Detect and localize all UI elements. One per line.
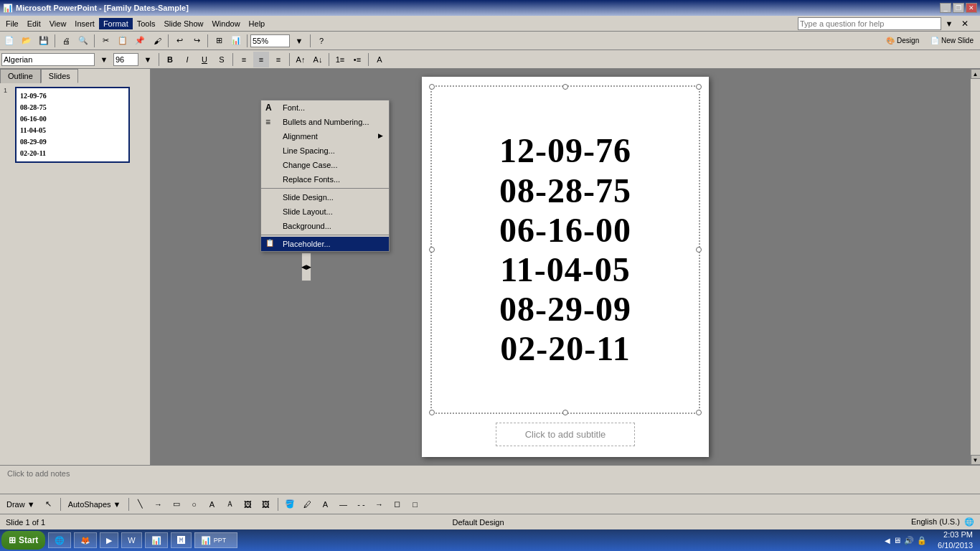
scroll-up-btn[interactable]: ▲ [971,69,981,79]
undo-btn[interactable]: ↩ [171,33,187,49]
menu-bullets-numbering[interactable]: ≡ Bullets and Numbering... [261,115,389,129]
app-minimize-btn[interactable]: _ [940,3,951,13]
menu-slide-layout[interactable]: Slide Layout... [261,204,389,219]
line-style-btn[interactable]: — [336,496,352,512]
tray-volume[interactable]: 🔊 [904,536,914,545]
open-btn[interactable]: 📂 [19,33,34,49]
font-input[interactable] [1,53,95,66]
help-search-input[interactable] [798,17,941,30]
menu-font[interactable]: A Font... [261,100,389,115]
print-btn[interactable]: 🖨 [58,33,74,49]
scroll-down-btn[interactable]: ▼ [971,455,981,465]
rect-btn[interactable]: ▭ [169,496,184,512]
clock[interactable]: 2:03 PM 6/10/2013 [930,529,980,551]
menu-view[interactable]: View [45,18,71,29]
font-color-btn[interactable]: A [372,52,387,67]
line-color-btn[interactable]: 🖊 [300,496,316,512]
app-restore-btn[interactable]: ❐ [953,3,964,13]
picture-btn[interactable]: 🖼 [258,496,274,512]
start-button[interactable]: ⊞ Start [1,531,45,550]
paste-btn[interactable]: 📌 [132,33,148,49]
zoom-input[interactable] [250,34,290,47]
help-search-btn[interactable]: ▼ [941,16,957,32]
format-painter-btn[interactable]: 🖌 [149,33,165,49]
menu-help[interactable]: Help [245,18,270,29]
menu-change-case[interactable]: Change Case... [261,158,389,172]
notes-area[interactable]: Click to add notes [0,465,980,494]
menu-format[interactable]: Format [99,18,133,29]
font-dropdown[interactable]: ▼ [96,52,112,67]
sep2 [94,34,95,47]
insert-table-btn[interactable]: ⊞ [211,33,227,49]
align-right-btn[interactable]: ≡ [270,52,286,67]
tray-arrow[interactable]: ◀ [885,537,890,545]
menu-line-spacing[interactable]: Line Spacing... [261,143,389,158]
italic-btn[interactable]: I [179,52,195,67]
menu-slide-design[interactable]: Slide Design... [261,190,389,204]
autoshapes-btn[interactable]: AutoShapes ▼ [65,496,125,512]
bullets-btn[interactable]: •≡ [349,52,365,67]
align-center-btn[interactable]: ≡ [253,52,269,67]
scroll-expand-btn[interactable]: ◀▶ [301,253,311,281]
fontsize-input[interactable] [113,53,138,66]
cut-btn[interactable]: ✂ [98,33,113,49]
app-close-btn[interactable]: ✕ [966,3,977,13]
arrow-btn[interactable]: → [151,496,166,512]
preview-btn[interactable]: 🔍 [75,33,91,49]
redo-btn[interactable]: ↪ [189,33,204,49]
new-slide-btn[interactable]: 📄 New Slide [925,33,979,49]
insert-chart-btn[interactable]: 📊 [228,33,244,49]
taskbar-word[interactable]: W [121,532,141,548]
help-btn[interactable]: ? [314,33,329,49]
save-btn[interactable]: 💾 [36,33,52,49]
select-btn[interactable]: ↖ [41,496,57,512]
slide-thumbnail-1[interactable]: 1 12-09-76 08-28-75 06-16-00 11-04-05 08… [4,87,146,163]
menu-tools[interactable]: Tools [133,18,160,29]
numbering-btn[interactable]: 1≡ [332,52,348,67]
close-help-btn[interactable]: ✕ [957,16,973,32]
underline-btn[interactable]: U [197,52,212,67]
line-btn[interactable]: ╲ [133,496,149,512]
fill-color-btn[interactable]: 🪣 [282,496,298,512]
oval-btn[interactable]: ○ [187,496,202,512]
dash-style-btn[interactable]: - - [354,496,369,512]
shadow-btn[interactable]: S [214,52,230,67]
copy-btn[interactable]: 📋 [115,33,131,49]
taskbar-ie[interactable]: 🌐 [48,532,71,548]
textbox-btn[interactable]: A [204,496,220,512]
menu-file[interactable]: File [1,18,23,29]
zoom-dropdown[interactable]: ▼ [291,33,307,49]
menu-alignment[interactable]: Alignment [261,129,389,143]
bold-btn[interactable]: B [162,52,178,67]
draw-btn[interactable]: Draw ▼ [3,496,39,512]
menu-edit[interactable]: Edit [23,18,45,29]
design-btn[interactable]: 🎨 Design [881,33,924,49]
design-info: Default Design [452,518,504,527]
menu-slideshow[interactable]: Slide Show [159,18,207,29]
menu-background[interactable]: Background... [261,219,389,233]
taskbar-firefox[interactable]: 🦊 [74,532,97,548]
taskbar-ppt-window[interactable]: 📊 PPT [194,532,237,548]
tab-slides[interactable]: Slides [41,69,78,83]
menu-insert[interactable]: Insert [70,18,99,29]
decrease-font-btn[interactable]: A↓ [310,52,326,67]
wordart-btn[interactable]: Ａ [222,496,238,512]
clipart-btn[interactable]: 🖼 [240,496,256,512]
slide-content-box[interactable]: 12-09-76 08-28-75 06-16-00 11-04-05 08-2… [430,85,700,414]
align-left-btn[interactable]: ≡ [236,52,252,67]
new-btn[interactable]: 📄 [1,33,17,49]
3d-btn[interactable]: □ [407,496,423,512]
fontsize-dropdown[interactable]: ▼ [140,52,156,67]
font-color2-btn[interactable]: A [318,496,334,512]
taskbar-ppt-app[interactable]: 📊 [145,532,168,548]
taskbar-extra[interactable]: 🅼 [171,532,192,548]
menu-placeholder[interactable]: 📋 Placeholder... [261,237,389,251]
subtitle-placeholder[interactable]: Click to add subtitle [496,423,636,446]
menu-window[interactable]: Window [207,18,244,29]
increase-font-btn[interactable]: A↑ [293,52,308,67]
taskbar-media[interactable]: ▶ [100,532,118,548]
shadow-style-btn[interactable]: ◻ [390,496,405,512]
tab-outline[interactable]: Outline [0,69,41,83]
arrow-style-btn[interactable]: → [372,496,387,512]
menu-replace-fonts[interactable]: Replace Fonts... [261,172,389,187]
